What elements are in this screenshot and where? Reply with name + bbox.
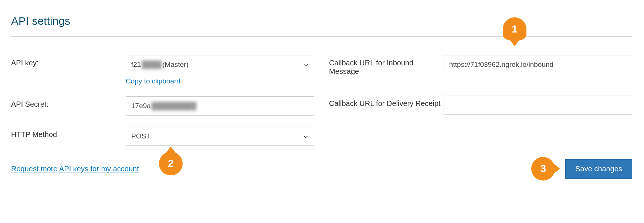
api-key-value-blur: ████	[142, 61, 162, 69]
divider	[11, 36, 632, 37]
request-more-keys-link[interactable]: Request more API keys for my account	[11, 165, 139, 173]
annotation-2-icon: 2	[159, 152, 183, 175]
save-changes-button[interactable]: Save changes	[565, 159, 632, 179]
chevron-down-icon	[304, 132, 308, 140]
annotation-1-icon: 1	[503, 17, 526, 41]
left-column: API key: f21 ████ (Master) Copy to clipb…	[11, 55, 314, 150]
api-key-value-prefix: f21	[131, 61, 141, 69]
callback-inbound-input[interactable]: https://71f03962.ngrok.io/inbound	[444, 55, 632, 74]
copy-clipboard-link[interactable]: Copy to clipboard	[126, 77, 180, 85]
api-secret-field[interactable]: 17e9a █████████	[126, 96, 314, 116]
http-method-select[interactable]: POST	[126, 127, 314, 146]
api-secret-blur: █████████	[152, 102, 196, 110]
callback-inbound-label: Callback URL for Inbound Message	[329, 55, 444, 76]
api-secret-prefix: 17e9a	[131, 102, 151, 110]
callback-delivery-label: Callback URL for Delivery Receipt	[329, 96, 444, 108]
api-key-select[interactable]: f21 ████ (Master)	[126, 55, 314, 74]
callback-delivery-input[interactable]	[444, 96, 632, 115]
chevron-down-icon	[304, 61, 308, 69]
annotation-3-icon: 3	[531, 157, 555, 181]
http-method-label: HTTP Method	[11, 127, 126, 139]
api-key-value-suffix: (Master)	[162, 61, 189, 69]
right-column: 1 Callback URL for Inbound Message https…	[329, 55, 632, 150]
http-method-value: POST	[131, 132, 150, 140]
callback-inbound-value: https://71f03962.ngrok.io/inbound	[449, 61, 553, 69]
api-secret-label: API Secret:	[11, 96, 126, 109]
page-title: API settings	[11, 15, 632, 27]
api-key-label: API key:	[11, 55, 126, 67]
